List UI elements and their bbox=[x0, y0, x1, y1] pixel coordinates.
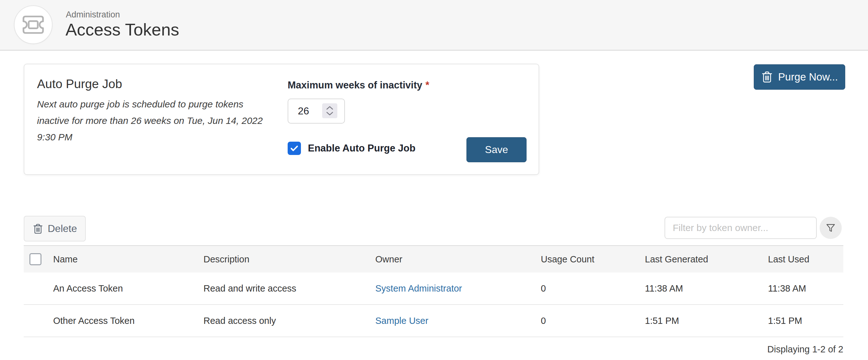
page-header: Administration Access Tokens bbox=[0, 0, 868, 51]
access-tokens-page: Administration Access Tokens Purge Now..… bbox=[0, 0, 868, 360]
auto-purge-card: Auto Purge Job Next auto purge job is sc… bbox=[24, 64, 539, 175]
filter-input[interactable] bbox=[664, 217, 817, 239]
funnel-icon bbox=[825, 222, 836, 233]
owner-link[interactable]: System Administrator bbox=[375, 283, 462, 294]
token-name: Other Access Token bbox=[50, 316, 200, 326]
max-weeks-label: Maximum weeks of inactivity* bbox=[288, 80, 429, 91]
filter-button[interactable] bbox=[819, 217, 842, 239]
card-title: Auto Purge Job bbox=[37, 77, 122, 91]
number-stepper[interactable] bbox=[322, 103, 337, 118]
delete-button[interactable]: Delete bbox=[24, 216, 86, 242]
usage-count: 0 bbox=[538, 283, 642, 294]
column-header-owner[interactable]: Owner bbox=[372, 254, 538, 265]
purge-now-button[interactable]: Purge Now... bbox=[754, 64, 845, 90]
last-generated: 1:51 PM bbox=[642, 316, 765, 326]
check-icon bbox=[289, 143, 299, 153]
chevron-down-icon[interactable] bbox=[326, 112, 334, 116]
enable-auto-purge-checkbox[interactable] bbox=[288, 142, 301, 155]
last-generated: 11:38 AM bbox=[642, 283, 765, 294]
required-marker: * bbox=[426, 80, 429, 91]
save-label: Save bbox=[485, 144, 508, 156]
enable-auto-purge-row: Enable Auto Purge Job bbox=[288, 141, 415, 155]
column-header-last-generated[interactable]: Last Generated bbox=[642, 254, 765, 265]
delete-label: Delete bbox=[48, 223, 77, 234]
column-header-description[interactable]: Description bbox=[200, 254, 372, 265]
next-purge-description: Next auto purge job is scheduled to purg… bbox=[37, 96, 263, 145]
token-description: Read access only bbox=[200, 316, 372, 326]
purge-now-label: Purge Now... bbox=[778, 71, 838, 83]
max-weeks-label-text: Maximum weeks of inactivity bbox=[288, 80, 423, 91]
page-title: Access Tokens bbox=[65, 20, 179, 39]
usage-count: 0 bbox=[538, 316, 642, 326]
owner-link[interactable]: Sample User bbox=[375, 316, 429, 326]
breadcrumb: Administration bbox=[66, 9, 120, 20]
max-weeks-input[interactable] bbox=[288, 99, 345, 123]
token-name: An Access Token bbox=[50, 283, 200, 294]
page-icon-badge bbox=[14, 5, 53, 44]
ticket-icon bbox=[21, 15, 45, 34]
table-row[interactable]: Other Access Token Read access only Samp… bbox=[24, 305, 843, 337]
max-weeks-value-field[interactable] bbox=[288, 99, 319, 123]
access-tokens-table: Name Description Owner Usage Count Last … bbox=[24, 245, 843, 337]
enable-auto-purge-label[interactable]: Enable Auto Purge Job bbox=[308, 143, 415, 154]
pagination-status: Displaying 1-2 of 2 bbox=[767, 344, 843, 355]
table-header-row: Name Description Owner Usage Count Last … bbox=[24, 246, 843, 273]
last-used: 1:51 PM bbox=[765, 316, 843, 326]
trash-icon bbox=[761, 71, 773, 84]
table-row[interactable]: An Access Token Read and write access Sy… bbox=[24, 273, 843, 305]
token-description: Read and write access bbox=[200, 283, 372, 294]
header-checkbox-cell bbox=[24, 253, 50, 265]
last-used: 11:38 AM bbox=[765, 283, 843, 294]
save-button[interactable]: Save bbox=[466, 137, 527, 162]
column-header-last-used[interactable]: Last Used bbox=[765, 254, 843, 265]
column-header-name[interactable]: Name bbox=[50, 254, 200, 265]
select-all-checkbox[interactable] bbox=[29, 253, 41, 265]
trash-icon bbox=[33, 223, 43, 235]
chevron-up-icon[interactable] bbox=[326, 106, 334, 110]
column-header-usage-count[interactable]: Usage Count bbox=[538, 254, 642, 265]
